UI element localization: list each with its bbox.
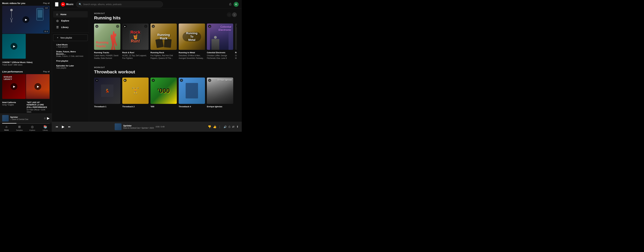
featured-video-meta: Travis Scott • 39M views: [2, 64, 50, 66]
mobile-home-icon: ⌂: [6, 125, 8, 128]
mobile-nav-explore-label: Explore: [30, 129, 35, 131]
play-button-live-1[interactable]: [10, 83, 17, 90]
nav-prev-button[interactable]: ‹: [227, 12, 232, 17]
card-running-tracks[interactable]: ◎ ⋮ RunningTracks Running Tracks Calvin …: [94, 23, 120, 60]
live-video-thumb-1[interactable]: EAGLESLEGACY: [2, 74, 26, 99]
next-button[interactable]: ⏭: [68, 125, 71, 129]
new-playlist-button[interactable]: ＋ New playlist: [53, 34, 88, 41]
player-controls: ⏮ ▶ ⏭: [55, 124, 71, 129]
sidebar-item-explore[interactable]: ◎ Explore: [53, 17, 88, 24]
card-running-metal[interactable]: ◎ Running ToMetal Running to Metal Distu…: [179, 23, 205, 60]
live-video-thumb-2[interactable]: [26, 74, 50, 99]
sidebar-home-label: Home: [60, 13, 66, 16]
thumb-down-button[interactable]: 👎: [208, 125, 211, 128]
player-right: 🔊 ⎙ ⇄ ⬆: [224, 125, 239, 128]
running-hits-header: WORKOUT Running hits ‹ ›: [94, 12, 237, 23]
prev-button[interactable]: ⏮: [55, 125, 59, 129]
player-song-info: Sprinter Dave & Central Cee • Sprinter •…: [74, 123, 205, 130]
card-title-5: Celestial Electronic: [207, 51, 233, 54]
card-subtitle-2: AC/DC, ZZ Top, Def Leppard, Foo Fighters: [122, 54, 148, 60]
right-panel: ☰ ▶ Music 🔍 ⎙ K ⌂ Home ◎ Explore: [52, 0, 242, 132]
section-title-live: Live performances: [2, 70, 23, 73]
cast-button[interactable]: ⎙: [228, 125, 230, 128]
mobile-player-artist: ♪ Dave & Central Cee: [10, 118, 42, 120]
card-throwback-2[interactable]: ▶ 🏋️ Throwback 2: [122, 78, 148, 108]
volume-button[interactable]: 🔊: [224, 125, 227, 128]
card-running-rnb-thumb: ◎: [235, 23, 237, 50]
video-grid: redr 21 S: [0, 6, 52, 60]
card-running-rock[interactable]: ◎ Running Rock: [150, 23, 177, 60]
tb-visual-1: 💃: [94, 78, 120, 104]
card-rock-run[interactable]: ▶ ⋮ 🤘 Rock& Run! Rock & Run! AC/DC, ZZ T…: [122, 23, 148, 60]
more-options-button[interactable]: ⋮: [218, 125, 221, 128]
live-item-2-meta: DJ Haki Official • 323K views: [27, 109, 50, 113]
yt-music-logo[interactable]: ▶ Music: [61, 2, 74, 6]
mobile-nav-library[interactable]: 📚 Library: [39, 125, 52, 131]
player-actions: 👎 👍 ⋮: [208, 125, 221, 128]
mobile-play-icon[interactable]: ▶: [47, 116, 50, 120]
thumb-up-button[interactable]: 👍: [213, 125, 216, 128]
mobile-player: Sprinter ♪ Dave & Central Cee ⎙ ▶: [0, 114, 52, 123]
header: ☰ ▶ Music 🔍 ⎙ K: [52, 0, 242, 9]
hamburger-button[interactable]: ☰: [55, 2, 58, 6]
playlist-episodes-meta: Auto playlist: [56, 67, 84, 69]
play-all-videos-button[interactable]: Play all: [43, 2, 50, 4]
sidebar-item-library[interactable]: ☰ Library: [53, 24, 88, 30]
card-throwback-5[interactable]: ◎ Enrique Iglesias Enrique Iglesias: [207, 78, 233, 108]
mobile-nav-explore[interactable]: ◎ Explore: [26, 125, 39, 131]
card-title-3: Running Rock: [150, 51, 177, 54]
card-running-rnb[interactable]: ◎: [235, 23, 237, 60]
card-celestial-thumb: ◎: [207, 23, 233, 50]
play-button-2[interactable]: [10, 43, 17, 50]
shuffle-button[interactable]: ⇄: [232, 125, 234, 128]
card-throwback-4[interactable]: ◎ Throwback 4: [179, 78, 205, 108]
musical-note-icon: ♪: [10, 118, 11, 120]
mobile-nav-home[interactable]: ⌂ Home: [0, 125, 13, 131]
playlist-item-drake[interactable]: Drake, Future, Metro Boomin.... Drake, F…: [53, 49, 88, 58]
search-icon: 🔍: [79, 3, 82, 6]
playlist-first-name: First playlist: [56, 60, 84, 62]
mobile-cast-icon[interactable]: ⎙: [44, 117, 46, 119]
throwback-section: WORKOUT Throwback workout ◎ 💃 Throwba: [94, 66, 237, 109]
yt-logo-icon: ▶: [61, 2, 65, 6]
playlist-item-first[interactable]: First playlist: [53, 58, 88, 63]
running-hits-section: WORKOUT Running hits ‹ › ◎ ⋮: [94, 12, 237, 60]
card-metal-text: Running ToMetal: [185, 32, 198, 42]
tb-visual-4: [179, 78, 205, 104]
player-thumb: [115, 123, 122, 130]
search-input[interactable]: [83, 3, 160, 5]
play-button-live-2[interactable]: [34, 83, 41, 90]
cast-icon[interactable]: ⎙: [229, 2, 231, 6]
card-throwback-3[interactable]: ◎ '000 '000: [150, 78, 177, 108]
live-item-2-title: "NOT LIKE US" KENDRICK LA DRE (FULL PERF…: [27, 101, 50, 109]
sidebar-item-home[interactable]: ⌂ Home: [53, 11, 88, 17]
bottom-player: ⏮ ▶ ⏭ Sprinter Dave & Central Cee • Spri…: [52, 122, 242, 132]
card-subtitle-6: Ciara, Chris Brown, Usher, Mary J. Blige: [235, 54, 237, 60]
nav-next-button[interactable]: ›: [232, 12, 237, 17]
tb-card-title-3: '000: [150, 105, 177, 108]
card-celestial[interactable]: ◎: [207, 23, 233, 60]
new-playlist-label: New playlist: [60, 36, 72, 39]
play-all-live-button[interactable]: Play all: [43, 70, 50, 73]
video-thumb-2[interactable]: [2, 34, 26, 59]
avatar[interactable]: K: [234, 2, 239, 7]
throwback-carousel: ◎ 💃 Throwback 1 ▶ 🏋️: [94, 78, 237, 109]
card-overlay-title-1: RunningTracks: [96, 40, 118, 48]
header-right: ⎙ K: [229, 2, 239, 7]
card-throwback-1[interactable]: ◎ 💃 Throwback 1: [94, 78, 120, 108]
video-thumb-main[interactable]: redr 21 S: [2, 6, 50, 33]
expand-button[interactable]: ⬆: [236, 125, 239, 128]
play-button-main[interactable]: [22, 16, 29, 23]
playlist-item-episodes[interactable]: Episodes for Later Auto playlist: [53, 63, 88, 70]
section-nav-running: ‹ ›: [227, 12, 237, 17]
tb-card-title-5: Enrique Iglesias: [207, 105, 233, 108]
mobile-nav-samples[interactable]: ⊞ Samples: [13, 125, 26, 131]
search-bar[interactable]: 🔍: [76, 1, 163, 7]
play-pause-button[interactable]: ▶: [61, 124, 65, 129]
playlist-item-liked[interactable]: Liked Music ♪ Auto playlist: [53, 42, 88, 49]
card-throwback-2-thumb: ▶ 🏋️: [122, 78, 148, 104]
tb-visual-3: '000: [150, 78, 177, 104]
player-time: 0:00 / 3:49: [156, 126, 164, 128]
mobile-samples-icon: ⊞: [18, 125, 21, 129]
tb-card-title-4: Throwback 4: [179, 105, 205, 108]
